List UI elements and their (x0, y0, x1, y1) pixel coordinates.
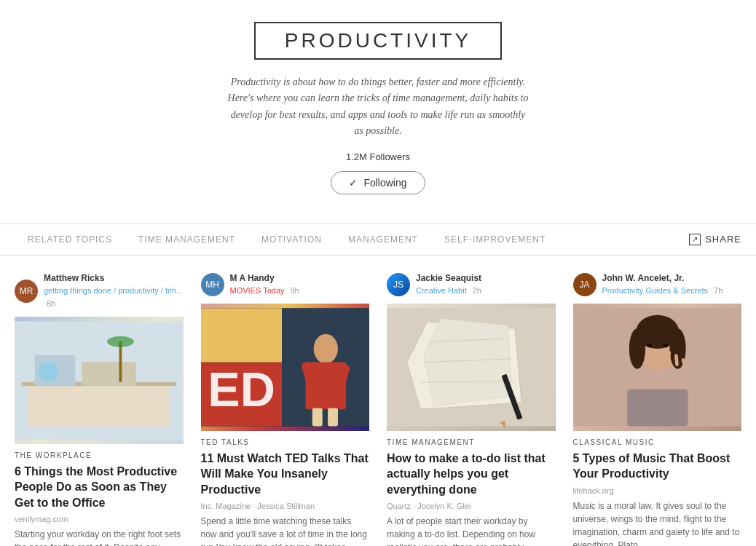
author-name-2[interactable]: M A Handy (230, 273, 370, 283)
author-info-3: Jackie Seaquist Creative Habit 2h (416, 273, 556, 296)
svg-point-5 (38, 362, 58, 382)
article-excerpt-1: Starting your workday on the right foot … (15, 528, 184, 546)
share-label: SHARE (705, 234, 741, 245)
article-image-3: + ✉ (387, 304, 556, 431)
article-card-2: MH M A Handy MOVIES Today 9h ED (201, 273, 370, 546)
author-info-2: M A Handy MOVIES Today 9h (230, 273, 370, 296)
article-author-4: JA John W. Ancelet, Jr. Productivity Gui… (573, 273, 742, 296)
page-header: PRODUCTIVITY Productivity is about how t… (0, 0, 756, 209)
svg-rect-6 (119, 341, 122, 382)
avatar-2: MH (201, 273, 224, 296)
author-info-4: John W. Ancelet, Jr. Productivity Guides… (602, 273, 742, 296)
svg-point-33 (663, 343, 668, 347)
checkmark-icon: ✓ (349, 177, 358, 189)
svg-rect-11 (201, 308, 282, 362)
page-title: PRODUCTIVITY (254, 22, 502, 60)
article-source-4: lifehack.org (573, 486, 742, 495)
header-description: Productivity is about how to do things b… (225, 74, 531, 140)
article-category-3: TIME MANAGEMENT (387, 438, 556, 446)
svg-rect-4 (82, 362, 136, 385)
article-image-2: ED (201, 304, 370, 431)
author-source-4[interactable]: Productivity Guides & Secrets (602, 286, 709, 295)
following-button[interactable]: ✓ Following (331, 171, 425, 194)
articles-grid: MR Matthew Ricks getting things done / p… (0, 256, 756, 546)
author-source-2[interactable]: MOVIES Today (230, 286, 285, 295)
svg-point-13 (313, 333, 337, 363)
article-category-1: THE WORKPLACE (15, 451, 184, 459)
share-icon: ↗ (689, 234, 701, 245)
svg-marker-21 (424, 318, 511, 405)
author-time-1: 8h (47, 299, 55, 308)
article-source-3: Quartz · Jocelyn K. Glei (387, 502, 556, 510)
author-source-1[interactable]: getting things done / productivity / tim… (44, 286, 183, 295)
article-title-2[interactable]: 11 Must Watch TED Talks That Will Make Y… (201, 451, 370, 498)
article-source-2: Inc. Magazine · Jessica Stillman (201, 502, 370, 510)
article-author-3: JS Jackie Seaquist Creative Habit 2h (387, 273, 556, 296)
svg-text:ED: ED (208, 362, 275, 416)
svg-rect-18 (328, 408, 338, 426)
article-category-4: CLASSICAL MUSIC (573, 438, 742, 446)
author-info-1: Matthew Ricks getting things done / prod… (44, 273, 184, 309)
avatar-1: MR (15, 280, 38, 303)
author-time-4: 7h (714, 286, 722, 295)
article-card-3: JS Jackie Seaquist Creative Habit 2h + ✉ (387, 273, 556, 546)
svg-rect-17 (312, 408, 322, 426)
share-button[interactable]: ↗ SHARE (689, 234, 741, 245)
article-source-1: venilymag.com (15, 515, 184, 523)
followers-count: 1.2M Followers (15, 151, 741, 162)
author-name-1[interactable]: Matthew Ricks (44, 273, 184, 283)
article-excerpt-4: Music is a moral law. It gives soul to t… (573, 499, 742, 546)
svg-point-30 (629, 328, 645, 369)
article-title-1[interactable]: 6 Things the Most Productive People Do a… (15, 464, 184, 511)
article-card-4: JA John W. Ancelet, Jr. Productivity Gui… (573, 273, 742, 546)
article-author-2: MH M A Handy MOVIES Today 9h (201, 273, 370, 296)
nav-tabs: RELATED TOPICS TIME MANAGEMENT MOTIVATIO… (15, 224, 689, 255)
tab-motivation[interactable]: MOTIVATION (248, 224, 335, 255)
tab-time-management[interactable]: TIME MANAGEMENT (125, 224, 248, 255)
page-wrapper: PRODUCTIVITY Productivity is about how t… (0, 0, 756, 546)
article-image-1: Save (15, 317, 184, 444)
article-excerpt-2: Spend a little time watching these talks… (201, 515, 370, 546)
following-label: Following (363, 177, 406, 189)
svg-rect-2 (28, 386, 170, 427)
article-card-1: MR Matthew Ricks getting things done / p… (15, 273, 184, 546)
tab-management[interactable]: MANAGEMENT (335, 224, 431, 255)
avatar-4: JA (573, 273, 596, 296)
svg-point-7 (107, 336, 134, 347)
author-name-4[interactable]: John W. Ancelet, Jr. (602, 273, 742, 283)
article-category-2: TED TALKS (201, 438, 370, 446)
author-name-3[interactable]: Jackie Seaquist (416, 273, 556, 283)
author-source-3[interactable]: Creative Habit (416, 286, 467, 295)
article-image-4 (573, 304, 742, 431)
article-author-1: MR Matthew Ricks getting things done / p… (15, 273, 184, 309)
article-excerpt-3: A lot of people start their workday by m… (387, 515, 556, 546)
tab-related-topics[interactable]: RELATED TOPICS (15, 224, 125, 255)
article-title-4[interactable]: 5 Types of Music That Boost Your Product… (573, 451, 742, 482)
author-time-3: 2h (473, 286, 481, 295)
tab-self-improvement[interactable]: SELF-IMPROVEMENT (431, 224, 559, 255)
svg-point-32 (646, 343, 651, 347)
avatar-3: JS (387, 273, 410, 296)
article-title-3[interactable]: How to make a to-do list that actually h… (387, 451, 556, 498)
nav-bar: RELATED TOPICS TIME MANAGEMENT MOTIVATIO… (0, 223, 756, 256)
author-time-2: 9h (291, 286, 299, 295)
svg-rect-38 (627, 389, 688, 426)
